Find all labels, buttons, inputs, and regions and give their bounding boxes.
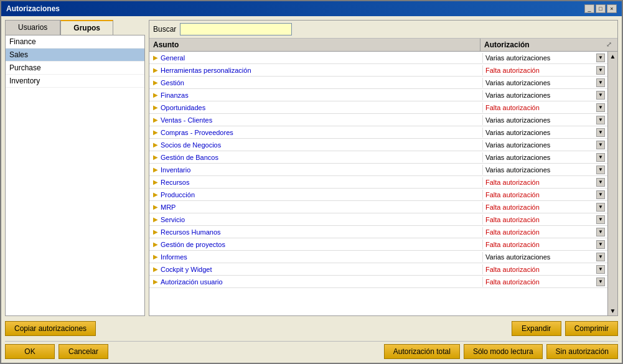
expand-row-icon[interactable]: ▶ (153, 191, 158, 198)
table-row[interactable]: ▶MRPFalta autorización▼ (149, 201, 607, 213)
no-auth-button[interactable]: Sin autorización (546, 344, 618, 359)
auth-dropdown-arrow[interactable]: ▼ (596, 278, 605, 286)
asunto-link[interactable]: Autorización usuario (161, 278, 223, 286)
expand-row-icon[interactable]: ▶ (153, 241, 158, 248)
expand-row-icon[interactable]: ▶ (153, 266, 158, 273)
table-row[interactable]: ▶RecursosFalta autorización▼ (149, 176, 607, 189)
expand-row-icon[interactable]: ▶ (153, 278, 158, 285)
table-scrollbar[interactable]: ▲ ▼ (607, 52, 617, 315)
auth-dropdown-arrow[interactable]: ▼ (596, 253, 605, 261)
table-row[interactable]: ▶Herramientas personalizaciónFalta autor… (149, 64, 607, 77)
expand-row-icon[interactable]: ▶ (153, 104, 158, 111)
auth-dropdown-arrow[interactable]: ▼ (596, 91, 605, 100)
search-input[interactable] (180, 23, 292, 35)
asunto-link[interactable]: MRP (161, 203, 176, 211)
auth-dropdown-arrow[interactable]: ▼ (596, 203, 605, 212)
table-row[interactable]: ▶Cockpit y WidgetFalta autorización▼ (149, 263, 607, 276)
list-item-sales[interactable]: Sales (6, 49, 144, 62)
auth-dropdown-arrow[interactable]: ▼ (596, 103, 605, 112)
maximize-button[interactable]: □ (596, 4, 606, 13)
ok-button[interactable]: OK (5, 344, 55, 359)
auth-dropdown-arrow[interactable]: ▼ (596, 190, 605, 199)
auth-dropdown-arrow[interactable]: ▼ (596, 166, 605, 174)
minimize-button[interactable]: _ (584, 4, 594, 13)
cancel-button[interactable]: Cancelar (59, 344, 108, 359)
auth-dropdown-arrow[interactable]: ▼ (596, 54, 605, 62)
asunto-link[interactable]: Gestión de Bancos (161, 154, 218, 161)
asunto-link[interactable]: Recursos (161, 179, 189, 186)
auth-dropdown-arrow[interactable]: ▼ (596, 265, 605, 274)
table-row[interactable]: ▶ServicioFalta autorización▼ (149, 213, 607, 226)
asunto-link[interactable]: Gestión (161, 79, 184, 86)
asunto-link[interactable]: Informes (161, 253, 187, 261)
auth-dropdown-arrow[interactable]: ▼ (596, 228, 605, 236)
list-item-purchase[interactable]: Purchase (6, 62, 144, 75)
asunto-link[interactable]: Gestión de proyectos (161, 241, 225, 248)
table-row[interactable]: ▶Gestión de BancosVarias autorizaciones▼ (149, 151, 607, 164)
copy-authorizations-button[interactable]: Copiar autorizaciones (5, 321, 96, 336)
table-row[interactable]: ▶OportunidadesFalta autorización▼ (149, 101, 607, 114)
table-row[interactable]: ▶Ventas - ClientesVarias autorizaciones▼ (149, 114, 607, 126)
expand-button[interactable]: Expandir (512, 321, 561, 336)
auth-text: Varias autorizaciones (485, 91, 550, 99)
auth-dropdown-arrow[interactable]: ▼ (596, 153, 605, 162)
auth-dropdown-arrow[interactable]: ▼ (596, 78, 605, 87)
asunto-link[interactable]: Cockpit y Widget (161, 266, 212, 273)
close-button[interactable]: × (607, 4, 617, 13)
expand-row-icon[interactable]: ▶ (153, 179, 158, 185)
expand-row-icon[interactable]: ▶ (153, 54, 158, 61)
asunto-link[interactable]: Finanzas (161, 91, 189, 99)
expand-row-icon[interactable]: ▶ (153, 129, 158, 136)
list-item-finance[interactable]: Finance (6, 35, 144, 49)
asunto-link[interactable]: Oportunidades (161, 104, 205, 111)
expand-row-icon[interactable]: ▶ (153, 154, 158, 161)
cell-asunto: ▶Gestión de proyectos (149, 240, 483, 250)
expand-row-icon[interactable]: ▶ (153, 141, 158, 148)
expand-row-icon[interactable]: ▶ (153, 166, 158, 173)
table-row[interactable]: ▶ProducciónFalta autorización▼ (149, 189, 607, 201)
asunto-link[interactable]: Producción (161, 191, 195, 198)
auth-dropdown-arrow[interactable]: ▼ (596, 240, 605, 249)
table-row[interactable]: ▶InformesVarias autorizaciones▼ (149, 251, 607, 263)
auth-dropdown-arrow[interactable]: ▼ (596, 116, 605, 124)
table-row[interactable]: ▶InventarioVarias autorizaciones▼ (149, 164, 607, 176)
total-auth-button[interactable]: Autorización total (384, 344, 460, 359)
expand-row-icon[interactable]: ▶ (153, 67, 158, 73)
asunto-link[interactable]: Compras - Proveedores (161, 129, 233, 136)
asunto-link[interactable]: General (161, 54, 185, 62)
table-row[interactable]: ▶GestiónVarias autorizaciones▼ (149, 77, 607, 89)
asunto-link[interactable]: Ventas - Clientes (161, 116, 212, 124)
auth-dropdown-arrow[interactable]: ▼ (596, 141, 605, 149)
asunto-link[interactable]: Servicio (161, 216, 185, 223)
asunto-link[interactable]: Recursos Humanos (161, 228, 221, 236)
expand-row-icon[interactable]: ▶ (153, 91, 158, 98)
expand-row-icon[interactable]: ▶ (153, 228, 158, 235)
expand-row-icon[interactable]: ▶ (153, 116, 158, 123)
table-row[interactable]: ▶Recursos HumanosFalta autorización▼ (149, 226, 607, 238)
expand-row-icon[interactable]: ▶ (153, 203, 158, 210)
table-row[interactable]: ▶Gestión de proyectosFalta autorización▼ (149, 238, 607, 251)
table-row[interactable]: ▶FinanzasVarias autorizaciones▼ (149, 89, 607, 101)
scroll-up-arrow[interactable]: ▲ (610, 53, 616, 60)
auth-dropdown-arrow[interactable]: ▼ (596, 178, 605, 187)
expand-row-icon[interactable]: ▶ (153, 253, 158, 260)
auth-dropdown-arrow[interactable]: ▼ (596, 215, 605, 224)
table-row[interactable]: ▶Autorización usuarioFalta autorización▼ (149, 276, 607, 288)
expand-row-icon[interactable]: ▶ (153, 216, 158, 223)
expand-collapse-icon[interactable]: ⤢ (605, 39, 617, 51)
asunto-link[interactable]: Inventario (161, 166, 190, 174)
scroll-down-arrow[interactable]: ▼ (610, 307, 616, 314)
asunto-link[interactable]: Herramientas personalización (161, 67, 251, 74)
compress-button[interactable]: Comprimir (565, 321, 618, 336)
table-row[interactable]: ▶Socios de NegociosVarias autorizaciones… (149, 139, 607, 151)
tab-usuarios[interactable]: Usuarios (5, 20, 60, 35)
table-row[interactable]: ▶Compras - ProveedoresVarias autorizacio… (149, 126, 607, 139)
auth-dropdown-arrow[interactable]: ▼ (596, 128, 605, 137)
auth-dropdown-arrow[interactable]: ▼ (596, 66, 605, 75)
tab-grupos[interactable]: Grupos (60, 20, 113, 35)
table-row[interactable]: ▶GeneralVarias autorizaciones▼ (149, 52, 607, 64)
expand-row-icon[interactable]: ▶ (153, 79, 158, 86)
read-only-button[interactable]: Sólo modo lectura (464, 344, 543, 359)
list-item-inventory[interactable]: Inventory (6, 75, 144, 88)
asunto-link[interactable]: Socios de Negocios (161, 141, 221, 149)
